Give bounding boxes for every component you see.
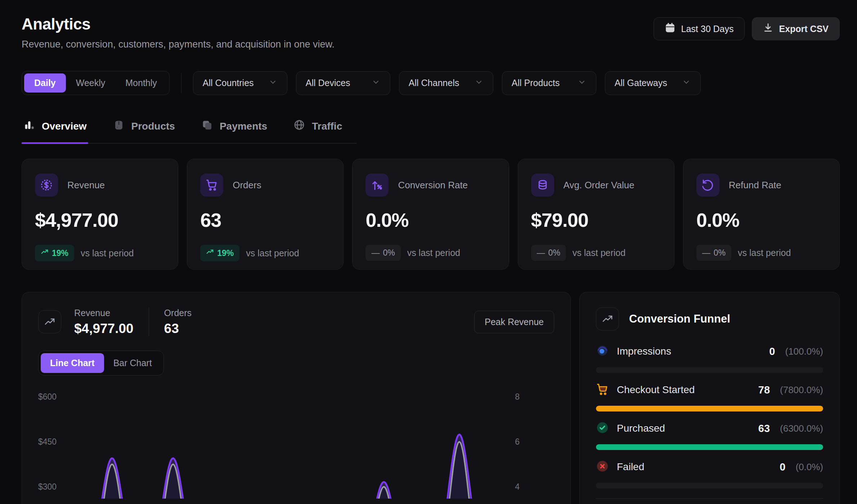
main-content: Revenue $4,977.00 Orders 63 Peak Revenue… bbox=[22, 292, 840, 504]
kpi-label: Conversion Rate bbox=[398, 180, 468, 191]
funnel-header: Conversion Funnel bbox=[596, 307, 823, 330]
compare-label: vs last period bbox=[573, 248, 625, 258]
trending-up-icon bbox=[596, 307, 619, 330]
tab-payments[interactable]: Payments bbox=[199, 115, 269, 143]
countries-select[interactable]: All Countries bbox=[193, 71, 287, 95]
devices-select-value: All Devices bbox=[306, 78, 350, 88]
bar-chart-mode-button[interactable]: Bar Chart bbox=[104, 353, 161, 373]
date-range-button[interactable]: Last 30 Days bbox=[654, 17, 745, 40]
channels-select-value: All Channels bbox=[409, 78, 459, 88]
delta-value: 0% bbox=[714, 248, 726, 258]
delta-chip: — 0% bbox=[531, 245, 566, 261]
stage-label: Failed bbox=[617, 461, 644, 473]
stage-percent: (6300.0%) bbox=[780, 423, 823, 434]
revenue-chart-card: Revenue $4,977.00 Orders 63 Peak Revenue… bbox=[22, 292, 571, 504]
stage-label: Impressions bbox=[617, 346, 671, 357]
delta-value: 0% bbox=[548, 248, 560, 258]
gateways-select[interactable]: All Gateways bbox=[605, 71, 701, 95]
funnel-stage-list: Impressions 0 (100.0%) bbox=[596, 344, 823, 489]
export-csv-button[interactable]: Export CSV bbox=[752, 17, 840, 40]
stage-progress-fill bbox=[596, 406, 823, 411]
globe-icon bbox=[293, 119, 305, 134]
metric-label: Orders bbox=[164, 308, 192, 318]
compare-label: vs last period bbox=[407, 248, 460, 258]
compare-label: vs last period bbox=[246, 248, 299, 258]
funnel-stage-purchased: Purchased 63 (6300.0%) bbox=[596, 421, 823, 450]
eye-icon bbox=[596, 344, 609, 359]
granularity-monthly[interactable]: Monthly bbox=[115, 73, 167, 93]
gateways-select-value: All Gateways bbox=[615, 78, 667, 88]
devices-select[interactable]: All Devices bbox=[296, 71, 390, 95]
products-select-value: All Products bbox=[512, 78, 560, 88]
kpi-card-orders: Orders 63 19% vs last period bbox=[187, 159, 344, 270]
stage-value: 63 bbox=[758, 423, 770, 435]
shopping-cart-icon bbox=[596, 383, 609, 397]
stage-progress-track bbox=[596, 367, 823, 373]
conversion-funnel-card: Conversion Funnel Impressions 0 bbox=[579, 292, 840, 504]
trending-up-icon bbox=[41, 248, 49, 258]
tab-overview[interactable]: Overview bbox=[22, 115, 88, 143]
peak-revenue-badge[interactable]: Peak Revenue bbox=[474, 311, 554, 333]
metric-value: 63 bbox=[164, 321, 192, 336]
page-subtitle: Revenue, conversion, customers, payments… bbox=[22, 39, 335, 50]
kpi-row: Revenue $4,977.00 19% vs last period bbox=[22, 159, 840, 270]
delta-chip: 19% bbox=[200, 245, 239, 261]
compare-label: vs last period bbox=[81, 248, 134, 258]
granularity-segmented-control: Daily Weekly Monthly bbox=[22, 71, 170, 95]
kpi-card-conversion-rate: Conversion Rate 0.0% — 0% vs last period bbox=[352, 159, 509, 270]
kpi-value: 63 bbox=[200, 209, 330, 231]
metric-divider bbox=[149, 307, 149, 336]
bar-chart-icon bbox=[23, 119, 35, 134]
stage-progress-fill bbox=[596, 444, 823, 450]
tab-products[interactable]: Products bbox=[111, 115, 176, 143]
funnel-stage-impressions: Impressions 0 (100.0%) bbox=[596, 344, 823, 373]
page-title-block: Analytics Revenue, conversion, customers… bbox=[22, 15, 335, 50]
chart-metric-revenue: Revenue $4,977.00 bbox=[74, 308, 134, 336]
tab-traffic[interactable]: Traffic bbox=[292, 115, 344, 143]
chevron-down-icon bbox=[268, 77, 278, 89]
products-select[interactable]: All Products bbox=[502, 71, 596, 95]
funnel-stage-failed: Failed 0 (0.0%) bbox=[596, 460, 823, 489]
stage-label: Checkout Started bbox=[617, 384, 695, 396]
arrow-up-percent-icon bbox=[365, 174, 389, 197]
delta-chip: 19% bbox=[35, 245, 74, 261]
kpi-label: Revenue bbox=[67, 180, 105, 191]
badge-dollar-icon bbox=[35, 174, 58, 197]
delta-value: 19% bbox=[217, 248, 234, 258]
wallet-cards-icon bbox=[201, 119, 213, 134]
dash-icon: — bbox=[371, 248, 380, 258]
page-header: Analytics Revenue, conversion, customers… bbox=[22, 15, 840, 50]
calendar-icon bbox=[665, 22, 676, 35]
tab-overview-label: Overview bbox=[42, 121, 87, 132]
stage-percent: (7800.0%) bbox=[780, 384, 823, 396]
shopping-cart-icon bbox=[200, 174, 223, 197]
kpi-label: Orders bbox=[233, 180, 261, 191]
analytics-dashboard: Analytics Revenue, conversion, customers… bbox=[0, 0, 857, 504]
chevron-down-icon bbox=[682, 77, 691, 89]
coins-icon bbox=[531, 174, 554, 197]
kpi-value: $4,977.00 bbox=[35, 209, 165, 231]
granularity-daily[interactable]: Daily bbox=[24, 73, 66, 93]
kpi-card-revenue: Revenue $4,977.00 19% vs last period bbox=[22, 159, 178, 270]
line-chart-mode-button[interactable]: Line Chart bbox=[41, 353, 104, 373]
chart-mode-toggle: Line Chart Bar Chart bbox=[38, 351, 164, 375]
tab-products-label: Products bbox=[131, 121, 175, 132]
chevron-down-icon bbox=[371, 77, 381, 89]
metric-label: Revenue bbox=[74, 308, 134, 318]
dash-icon: — bbox=[702, 248, 710, 258]
export-csv-label: Export CSV bbox=[779, 24, 829, 34]
stage-progress-track bbox=[596, 406, 823, 411]
chevron-down-icon bbox=[474, 77, 484, 89]
kpi-value: 0.0% bbox=[365, 209, 495, 231]
stage-progress-track bbox=[596, 483, 823, 489]
tab-payments-label: Payments bbox=[220, 121, 267, 132]
kpi-value: $79.00 bbox=[531, 209, 661, 231]
granularity-weekly[interactable]: Weekly bbox=[66, 73, 116, 93]
x-circle-icon bbox=[596, 460, 609, 474]
channels-select[interactable]: All Channels bbox=[399, 71, 493, 95]
kpi-label: Avg. Order Value bbox=[564, 180, 634, 191]
funnel-stage-checkout-started: Checkout Started 78 (7800.0%) bbox=[596, 383, 823, 411]
line-chart bbox=[38, 387, 555, 499]
kpi-card-avg-order-value: Avg. Order Value $79.00 — 0% vs last per… bbox=[518, 159, 674, 270]
delta-value: 0% bbox=[383, 248, 395, 258]
